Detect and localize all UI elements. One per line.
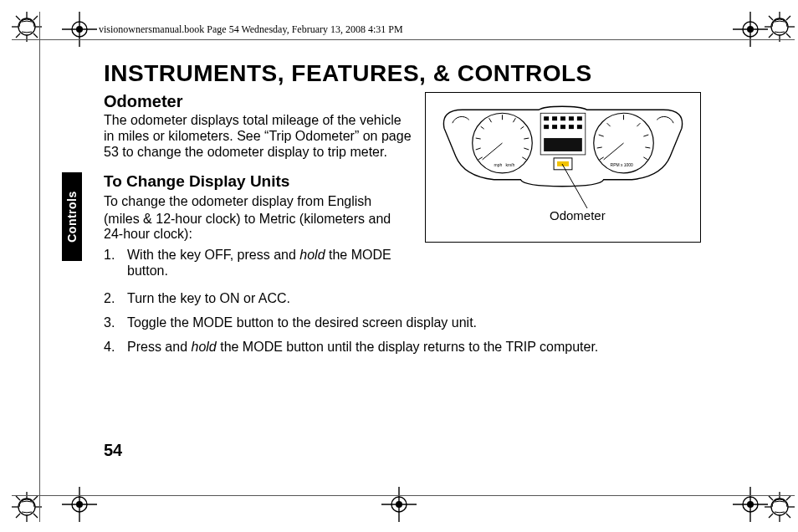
svg-line-23 [16, 496, 20, 500]
step-text: Turn the key to ON or ACC. [127, 291, 723, 307]
steps-list: 1. With the key OFF, press and hold the … [104, 248, 413, 279]
paragraph-change-b: (miles & 12-hour clock) to Metric (kilom… [104, 212, 413, 243]
page-title: INSTRUMENTS, FEATURES, & CONTROLS [104, 60, 723, 87]
gauge-cluster-icon: mph km/h RPM x 1000 [437, 105, 688, 188]
corner-mark-bottom-left [12, 492, 42, 522]
svg-rect-81 [544, 138, 582, 151]
step-1: 1. With the key OFF, press and hold the … [104, 248, 413, 279]
svg-line-25 [33, 496, 38, 500]
step-number: 4. [104, 340, 127, 356]
svg-rect-86 [560, 116, 565, 120]
step-number: 3. [104, 315, 127, 331]
crop-line-left [39, 12, 40, 522]
svg-rect-87 [569, 116, 574, 120]
corner-mark-top-right [765, 12, 795, 42]
svg-line-33 [786, 514, 790, 518]
svg-rect-88 [577, 116, 582, 120]
svg-rect-93 [577, 125, 582, 129]
corner-mark-bottom-right [765, 492, 795, 522]
steps-list-continued: 2. Turn the key to ON or ACC. 3. Toggle … [104, 291, 723, 356]
document-header: visionownersmanual.book Page 54 Wednesda… [99, 23, 403, 36]
step-number: 2. [104, 291, 127, 307]
svg-line-34 [786, 496, 790, 500]
svg-line-26 [16, 514, 20, 518]
svg-rect-83 [557, 161, 569, 166]
svg-line-17 [769, 33, 773, 38]
svg-rect-84 [544, 116, 549, 120]
svg-line-5 [16, 16, 20, 20]
step-4: 4. Press and hold the MODE button until … [104, 340, 723, 356]
registration-mark-bottom-left [62, 487, 97, 522]
svg-line-14 [769, 16, 773, 20]
step-text: Toggle the MODE button to the desired sc… [127, 315, 723, 331]
svg-rect-91 [560, 125, 565, 129]
side-tab-controls: Controls [62, 172, 82, 261]
corner-mark-top-left [12, 12, 42, 42]
svg-line-7 [33, 16, 38, 20]
callout-label-odometer: Odometer [550, 208, 606, 223]
gauge-left-unit-a: mph [494, 163, 503, 167]
step-text: Press and hold the MODE button until the… [127, 340, 723, 356]
section-heading-change-units: To Change Display Units [104, 172, 413, 191]
crop-line-top [12, 39, 795, 40]
svg-line-24 [33, 514, 38, 518]
left-column: Odometer The odometer displays total mil… [104, 92, 413, 288]
svg-line-32 [769, 496, 773, 500]
svg-rect-89 [544, 125, 549, 129]
svg-line-6 [33, 33, 38, 38]
svg-line-35 [769, 514, 773, 518]
page-content: INSTRUMENTS, FEATURES, & CONTROLS Odomet… [104, 60, 723, 472]
right-column: mph km/h RPM x 1000 [425, 92, 723, 288]
crop-line-bottom [12, 495, 795, 496]
step-3: 3. Toggle the MODE button to the desired… [104, 315, 723, 331]
gauge-left-unit-b: km/h [505, 163, 514, 167]
registration-mark-top-left [62, 12, 97, 47]
paragraph-intro: The odometer displays total mileage of t… [104, 113, 413, 161]
gauge-right-unit: RPM x 1000 [611, 163, 633, 167]
page-number: 54 [104, 441, 122, 460]
step-number: 1. [104, 248, 127, 279]
side-tab-label: Controls [65, 191, 79, 243]
registration-mark-top-right [733, 12, 768, 47]
svg-rect-85 [552, 116, 557, 120]
step-text: With the key OFF, press and hold the MOD… [127, 248, 413, 279]
registration-mark-bottom-mid [381, 487, 417, 522]
svg-line-8 [16, 33, 20, 38]
paragraph-change-a: To change the odometer display from Engl… [104, 194, 413, 210]
svg-line-16 [786, 16, 790, 20]
section-heading-odometer: Odometer [104, 92, 413, 111]
registration-mark-bottom-right [733, 487, 768, 522]
svg-line-15 [786, 33, 790, 38]
figure-odometer: mph km/h RPM x 1000 [425, 92, 701, 243]
svg-rect-90 [552, 125, 557, 129]
svg-rect-92 [569, 125, 574, 129]
step-2: 2. Turn the key to ON or ACC. [104, 291, 723, 307]
